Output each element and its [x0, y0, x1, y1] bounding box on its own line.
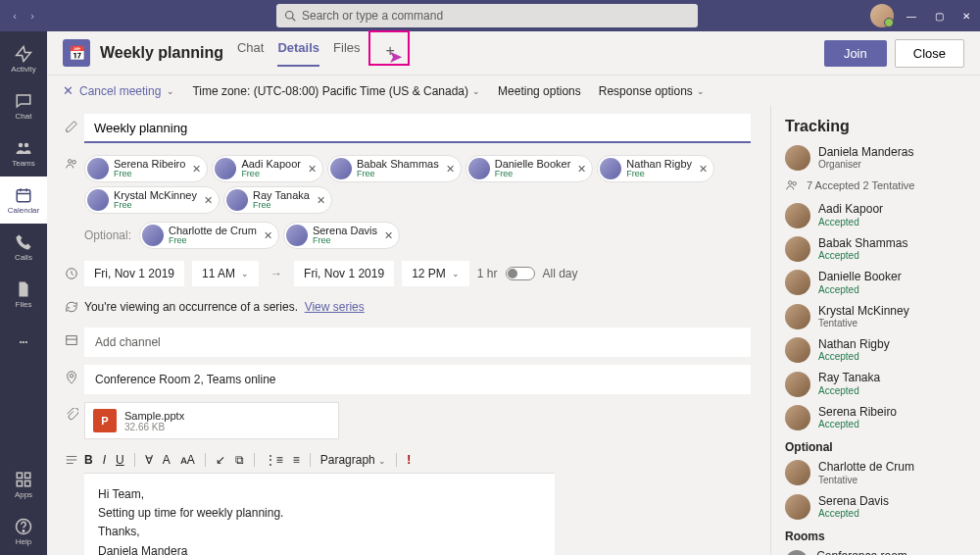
attachment-size: 32.66 KB	[124, 422, 184, 432]
person-status: Accepted	[818, 351, 890, 363]
search-input[interactable]: Search or type a command	[276, 4, 698, 27]
person-name: Daniela Manderas	[818, 145, 913, 159]
remove-icon[interactable]: ✕	[577, 163, 586, 176]
tab-details[interactable]: Details	[277, 40, 319, 67]
attendee-pill[interactable]: Nathan RigbyFree✕	[597, 155, 714, 182]
rte-paragraph-dropdown[interactable]: Paragraph ⌄	[320, 453, 386, 467]
description-icon	[59, 447, 84, 467]
svg-rect-11	[25, 480, 30, 485]
tab-chat[interactable]: Chat	[237, 40, 264, 67]
svg-rect-10	[17, 480, 22, 485]
tab-files[interactable]: Files	[333, 40, 360, 67]
start-time-picker[interactable]: 11 AM ⌄	[192, 261, 259, 286]
attendee-pill[interactable]: Aadi KapoorFree✕	[212, 155, 323, 182]
recurrence-icon	[59, 294, 84, 314]
rte-important[interactable]: !	[407, 453, 411, 467]
attendee-pill[interactable]: Danielle BookerFree✕	[466, 155, 594, 182]
rte-unordered-list[interactable]: ≡	[293, 453, 300, 467]
attendee-status: Free	[253, 201, 310, 211]
remove-icon[interactable]: ✕	[264, 229, 272, 242]
close-window-icon[interactable]: ✕	[960, 10, 972, 22]
avatar	[785, 405, 810, 430]
rail-help[interactable]: Help	[0, 508, 47, 555]
attendee-pill[interactable]: Serena RibeiroFree✕	[84, 155, 208, 182]
remove-icon[interactable]: ✕	[308, 163, 317, 176]
view-series-link[interactable]: View series	[305, 300, 365, 314]
nav-back-icon[interactable]: ‹	[8, 9, 22, 23]
description-editor[interactable]: Hi Team, Setting up time for weekly plan…	[84, 473, 555, 555]
close-button[interactable]: Close	[895, 39, 964, 68]
location-input[interactable]: Conference Room 2, Teams online	[84, 365, 751, 394]
tracking-panel: Tracking Daniela Manderas Organiser 7 Ac…	[770, 106, 980, 555]
profile-avatar[interactable]	[870, 4, 894, 27]
avatar	[87, 158, 109, 179]
optional-attendees[interactable]: Optional: Charlotte de CrumFree✕Serena D…	[84, 218, 751, 253]
rte-bold[interactable]: B	[84, 453, 93, 467]
join-button[interactable]: Join	[824, 40, 887, 67]
add-tab-button[interactable]: + ➤	[380, 40, 401, 67]
svg-rect-8	[17, 473, 22, 478]
avatar	[142, 225, 164, 246]
end-time-picker[interactable]: 12 PM ⌄	[402, 261, 469, 286]
attendee-pill[interactable]: Ray TanakaFree✕	[223, 186, 332, 214]
avatar	[600, 158, 621, 179]
person-status: Accepted	[818, 217, 883, 228]
remove-icon[interactable]: ✕	[317, 194, 325, 207]
maximize-icon[interactable]: ▢	[933, 10, 945, 22]
remove-icon[interactable]: ✕	[204, 194, 213, 207]
arrow-right-icon: →	[267, 267, 286, 280]
tracking-person: Charlotte de CrumTentative	[785, 460, 966, 485]
rail-calls[interactable]: Calls	[0, 224, 47, 271]
rail-calendar[interactable]: Calendar	[0, 177, 47, 224]
rail-files[interactable]: Files	[0, 271, 47, 318]
person-status: Accepted	[818, 250, 907, 262]
channel-input[interactable]: Add channel	[84, 328, 751, 357]
svg-rect-4	[17, 189, 30, 201]
remove-icon[interactable]: ✕	[699, 163, 708, 176]
attendee-pill[interactable]: Krystal McKinneyFree✕	[84, 186, 220, 214]
svg-point-2	[19, 142, 24, 147]
attendee-pill[interactable]: Babak ShammasFree✕	[327, 155, 462, 182]
rte-clear[interactable]: ↙	[216, 453, 225, 467]
rte-underline[interactable]: U	[116, 453, 124, 467]
remove-icon[interactable]: ✕	[384, 229, 393, 242]
rail-apps[interactable]: Apps	[0, 461, 47, 508]
search-placeholder: Search or type a command	[302, 9, 443, 23]
rail-teams[interactable]: Teams	[0, 129, 47, 177]
response-options-dropdown[interactable]: Response options⌄	[599, 84, 705, 98]
rail-activity[interactable]: Activity	[0, 35, 47, 82]
rail-chat[interactable]: Chat	[0, 82, 47, 129]
svg-point-3	[24, 142, 29, 147]
rte-fontsize[interactable]: ᴀA	[180, 453, 195, 467]
title-input[interactable]	[84, 114, 751, 143]
all-day-toggle[interactable]	[506, 267, 535, 280]
timezone-dropdown[interactable]: Time zone: (UTC-08:00) Pacific Time (US …	[192, 84, 480, 98]
svg-line-1	[292, 18, 295, 21]
remove-icon[interactable]: ✕	[446, 163, 455, 176]
rte-link[interactable]: ⧉	[235, 453, 244, 467]
attendee-pill[interactable]: Charlotte de CrumFree✕	[139, 222, 279, 249]
person-name: Serena Davis	[818, 494, 889, 508]
duration-label: 1 hr	[477, 267, 498, 280]
rte-italic[interactable]: I	[103, 453, 106, 467]
rte-fontcolor[interactable]: A	[163, 453, 171, 467]
rte-strikethrough[interactable]: ∀	[145, 453, 153, 467]
rte-ordered-list[interactable]: ⋮≡	[265, 453, 283, 467]
remove-icon[interactable]: ✕	[192, 163, 201, 176]
svg-point-23	[789, 181, 793, 185]
start-date-picker[interactable]: Fri, Nov 1 2019	[84, 261, 184, 286]
attendee-pill[interactable]: Serena DavisFree✕	[283, 222, 400, 249]
nav-forward-icon[interactable]: ›	[25, 9, 39, 23]
rte-toolbar: B I U ∀ A ᴀA ↙ ⧉ ⋮≡ ≡ Paragr	[84, 447, 751, 473]
attendee-status: Free	[114, 201, 197, 211]
attachment-item[interactable]: P Sample.pptx 32.66 KB	[84, 402, 339, 439]
cancel-meeting-button[interactable]: ✕Cancel meeting⌄	[63, 83, 174, 98]
minimize-icon[interactable]: —	[906, 10, 917, 22]
required-attendees[interactable]: Serena RibeiroFree✕Aadi KapoorFree✕Babak…	[84, 151, 751, 218]
tracking-optional-header: Optional	[785, 440, 966, 454]
attendee-status: Free	[313, 236, 377, 246]
svg-point-13	[23, 530, 24, 531]
end-date-picker[interactable]: Fri, Nov 1 2019	[294, 261, 394, 286]
rail-more[interactable]: •••	[0, 318, 47, 365]
meeting-options-button[interactable]: Meeting options	[498, 84, 581, 98]
